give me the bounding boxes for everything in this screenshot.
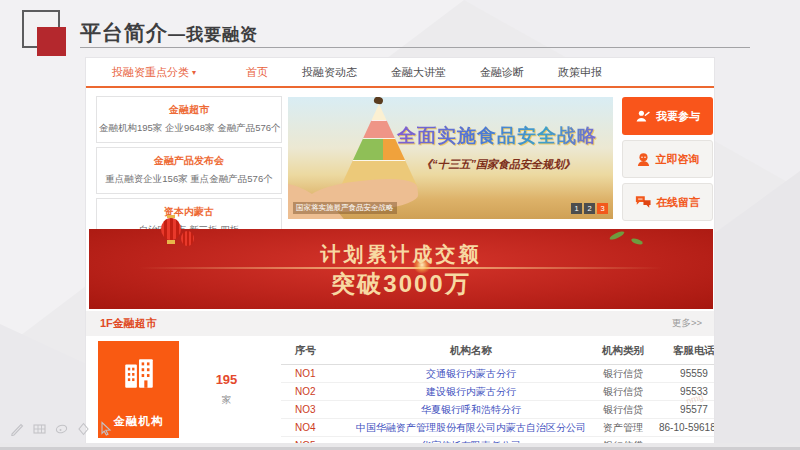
consult-person-icon — [636, 152, 651, 167]
consult-label: 立即咨询 — [656, 152, 700, 167]
sidebar-box-title: 金融产品发布会 — [99, 154, 279, 168]
sidebar-box-title: 金融超市 — [99, 103, 279, 117]
nav-item-label: 投融资重点分类 — [112, 66, 189, 78]
pager-dot-1[interactable]: 1 — [571, 203, 582, 214]
page-title-sub: —我要融资 — [168, 25, 258, 44]
ellipse-tool-icon[interactable] — [54, 421, 69, 436]
promo-line-1: 计划累计成交额 — [89, 241, 713, 268]
nav-item-lecture[interactable]: 金融大讲堂 — [391, 65, 446, 80]
nav-item-policy[interactable]: 政策申报 — [558, 65, 602, 80]
slide-bottom-edge — [0, 443, 800, 450]
org-name-link[interactable]: 中国华融资产管理股份有限公司内蒙古自治区分公司 — [354, 419, 588, 437]
carousel-caption: 国家将实施最严食品安全战略 — [293, 202, 397, 214]
table-header-row: 序号 机构名称 机构类别 客服电话 — [281, 338, 715, 365]
org-phone: 86-10-59618888 — [658, 419, 715, 437]
nav-item-home[interactable]: 首页 — [246, 65, 268, 80]
title-divider — [80, 47, 750, 48]
count-value: 195 — [216, 372, 238, 387]
red-square-shape — [37, 27, 66, 56]
sidebar-box-title: 资本内蒙古 — [99, 205, 279, 219]
table-row: NO2 建设银行内蒙古分行 银行信贷 95533 — [281, 383, 715, 401]
sidebar: 金融超市 金融机构195家 企业9648家 金融产品576个 金融产品发布会 重… — [96, 96, 282, 249]
org-phone: 95559 — [658, 365, 715, 383]
org-name-link[interactable]: 建设银行内蒙古分行 — [354, 383, 588, 401]
lantern-decoration — [161, 218, 181, 240]
sidebar-box-finance-market[interactable]: 金融超市 金融机构195家 企业9648家 金融产品576个 — [96, 96, 282, 143]
grid-icon[interactable] — [32, 421, 47, 436]
col-header-type: 机构类别 — [588, 338, 658, 365]
diamond-tool-icon[interactable] — [76, 421, 91, 436]
col-header-name: 机构名称 — [354, 338, 588, 365]
pager-dot-3[interactable]: 3 — [597, 203, 608, 214]
carousel-pager: 1 2 3 — [571, 203, 608, 214]
carousel-banner[interactable]: 全面实施食品安全战略 《“十三五”国家食品安全规划》 国家将实施最严食品安全战略… — [288, 97, 613, 219]
sidebar-box-product-release[interactable]: 金融产品发布会 重点融资企业156家 重点金融产品576个 — [96, 147, 282, 194]
more-link[interactable]: 更多>> — [672, 317, 702, 330]
chevron-down-icon: ▾ — [192, 68, 196, 77]
butterfly-decoration — [373, 97, 384, 105]
web-page: 投融资重点分类 ▾ 首页 投融资动态 金融大讲堂 金融诊断 政策申报 金融超市 … — [85, 57, 715, 444]
cursor-arrow-icon[interactable] — [98, 421, 113, 436]
table-row: NO3 华夏银行呼和浩特分行 银行信贷 95577 — [281, 401, 715, 419]
finance-org-count: 195 家 — [179, 341, 274, 438]
pen-icon[interactable] — [10, 421, 25, 436]
col-header-phone: 客服电话 — [658, 338, 715, 365]
message-bubbles-icon — [635, 195, 651, 209]
participate-person-icon — [635, 109, 651, 123]
promo-line-2: 突破3000万 — [89, 268, 713, 300]
section-title: 1F金融超市 — [100, 316, 157, 331]
sidebar-box-text: 金融机构195家 企业9648家 金融产品576个 — [99, 122, 279, 135]
participate-button[interactable]: 我要参与 — [622, 97, 713, 135]
pager-dot-2[interactable]: 2 — [584, 203, 595, 214]
sidebar-box-text: 重点融资企业156家 重点金融产品576个 — [99, 173, 279, 186]
col-header-no: 序号 — [281, 338, 354, 365]
row-no: NO2 — [281, 383, 354, 401]
org-name-link[interactable]: 华夏银行呼和浩特分行 — [354, 401, 588, 419]
org-name-link[interactable]: 交通银行内蒙古分行 — [354, 365, 588, 383]
org-table: 序号 机构名称 机构类别 客服电话 NO1 交通银行内蒙古分行 银行信贷 955… — [281, 338, 715, 444]
message-button[interactable]: 在线留言 — [622, 183, 713, 221]
consult-button[interactable]: 立即咨询 — [622, 140, 713, 178]
carousel-headline: 全面实施食品安全战略 — [384, 123, 610, 149]
participate-label: 我要参与 — [656, 109, 700, 124]
org-type: 资产管理 — [588, 419, 658, 437]
count-unit: 家 — [222, 394, 232, 407]
nav-item-diagnosis[interactable]: 金融诊断 — [480, 65, 524, 80]
row-no: NO3 — [281, 401, 354, 419]
promo-banner: 计划累计成交额 突破3000万 — [89, 229, 713, 309]
action-buttons: 我要参与 立即咨询 在线留言 — [622, 97, 713, 226]
row-no: NO1 — [281, 365, 354, 383]
carousel-subtitle: 《“十三五”国家食品安全规划》 — [386, 157, 610, 172]
message-label: 在线留言 — [656, 195, 700, 210]
buildings-icon — [121, 355, 157, 391]
main-nav: 投融资重点分类 ▾ 首页 投融资动态 金融大讲堂 金融诊断 政策申报 — [86, 58, 714, 88]
leaf-decoration — [609, 230, 626, 241]
org-type: 银行信贷 — [588, 383, 658, 401]
org-type: 银行信贷 — [588, 365, 658, 383]
nav-item-category[interactable]: 投融资重点分类 ▾ — [112, 65, 196, 80]
row-no: NO4 — [281, 419, 354, 437]
table-row: NO4 中国华融资产管理股份有限公司内蒙古自治区分公司 资产管理 86-10-5… — [281, 419, 715, 437]
page-title: 平台简介—我要融资 — [80, 19, 258, 47]
section-header: 1F金融超市 更多>> — [86, 311, 714, 336]
org-type: 银行信贷 — [588, 401, 658, 419]
table-row: NO1 交通银行内蒙古分行 银行信贷 95559 — [281, 365, 715, 383]
page-title-main: 平台简介 — [80, 21, 168, 44]
title-decoration — [22, 10, 74, 60]
nav-item-news[interactable]: 投融资动态 — [302, 65, 357, 80]
annotation-toolbar — [10, 421, 113, 436]
